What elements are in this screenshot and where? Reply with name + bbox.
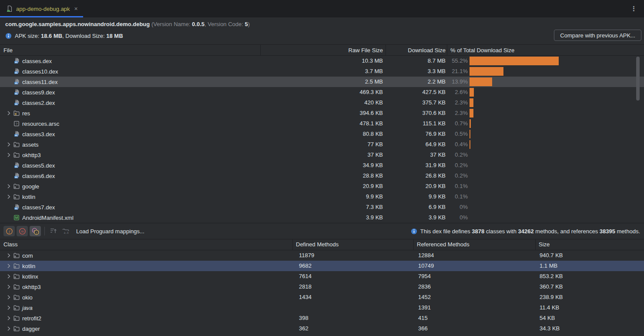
download-size: 76.9 KB [426,129,446,139]
file-row[interactable]: M AndroidManifest.xml 3.9 KB 3.9 KB 0% [0,212,644,223]
package-name: okio [22,294,33,301]
column-divider[interactable] [413,239,414,250]
column-divider[interactable] [386,45,386,55]
class-row[interactable]: retrofit2 398 415 54 KB [0,313,644,323]
referenced-methods: 7954 [418,271,431,282]
column-header-download-size[interactable]: Download Size [408,45,446,56]
file-name: assets [22,141,39,148]
folder-icon [13,304,20,311]
file-name: classes9.dex [22,89,55,96]
file-row[interactable]: res 394.6 KB 370.6 KB 2.3% [0,108,644,118]
column-header-class[interactable]: Class [3,239,18,250]
show-methods-toggle[interactable]: m [17,226,28,236]
download-pct-bar [470,57,559,65]
raw-file-size: 20.9 KB [363,181,383,192]
defined-methods: 7614 [299,271,312,282]
pct-of-total: 21.1% [452,66,468,77]
column-header-file[interactable]: File [3,45,13,56]
file-row[interactable]: ? resources.arsc 478.1 KB 115.1 KB 0.7% [0,118,644,129]
close-icon[interactable]: × [74,6,78,12]
class-row[interactable]: java 1391 11.4 KB [0,302,644,313]
file-row[interactable]: okhttp3 37 KB 37 KB 0.2% [0,150,644,160]
file-row[interactable]: 01 classes3.dex 80.8 KB 76.9 KB 0.5% [0,129,644,139]
arsc-icon: ? [13,120,20,127]
load-mappings-folder-icon[interactable]: a.b [60,226,71,236]
chevron-right-icon[interactable] [5,325,12,332]
file-row[interactable]: google 20.9 KB 20.9 KB 0.1% [0,181,644,192]
file-name: AndroidManifest.xml [22,215,74,221]
class-row[interactable]: okio 1434 1452 238.9 KB [0,292,644,302]
raw-file-size: 2.5 MB [365,77,383,87]
chevron-right-icon[interactable] [5,151,12,158]
svg-text:f: f [9,229,10,233]
file-row[interactable]: 01 classes7.dex 7.3 KB 6.9 KB 0% [0,202,644,212]
chevron-right-icon[interactable] [5,273,12,280]
file-row[interactable]: 01 classes2.dex 420 KB 375.7 KB 2.3% [0,97,644,108]
download-size: 37 KB [430,150,446,160]
column-divider[interactable] [292,239,293,250]
chevron-right-icon[interactable] [5,294,12,301]
folder-icon [13,325,20,332]
column-header-raw-size[interactable]: Raw File Size [349,45,383,56]
folder-icon [13,283,20,290]
chevron-right-icon[interactable] [5,262,12,269]
column-header-referenced-methods[interactable]: Referenced Methods [417,239,470,250]
chevron-right-icon[interactable] [5,304,12,311]
file-name: classes5.dex [22,162,55,169]
pct-of-total: 0.2% [455,171,468,181]
class-tree: com 11879 12884 940.7 KB kotlin 9682 107… [0,250,644,334]
chevron-right-icon[interactable] [5,252,12,259]
column-divider[interactable] [447,45,447,55]
dex-icon: 01 [13,89,20,96]
chevron-right-icon[interactable] [5,315,12,322]
class-row[interactable]: okhttp3 2818 2836 360.7 KB [0,282,644,292]
file-row[interactable]: assets 77 KB 64.9 KB 0.4% [0,139,644,150]
dex-icon: 01 [13,131,20,138]
file-row[interactable]: 01 classes6.dex 28.8 KB 26.8 KB 0.2% [0,171,644,181]
show-referenced-toggle[interactable]: mf [30,226,41,236]
folder-icon [13,273,20,280]
column-divider[interactable] [260,45,261,55]
load-proguard-mappings-label[interactable]: Load Proguard mappings... [76,228,144,235]
svg-text:?: ? [16,122,18,126]
file-row[interactable]: 01 classes.dex 10.3 MB 8.7 MB 55.2% [0,56,644,66]
class-row[interactable]: kotlin 9682 10749 1.1 MB [0,261,644,271]
file-row[interactable]: 01 classes11.dex 2.5 MB 2.2 MB 13.9% [0,77,644,87]
raw-file-size: 28.8 KB [363,171,383,181]
show-fields-toggle[interactable]: f [3,226,15,236]
file-name: resources.arsc [22,121,59,127]
dex-icon: 01 [13,162,20,169]
column-header-pct[interactable]: % of Total Download Size [450,45,514,56]
file-row[interactable]: 01 classes9.dex 469.3 KB 427.5 KB 2.6% [0,87,644,97]
download-size: 8.7 MB [428,56,446,66]
chevron-right-icon[interactable] [5,283,12,290]
download-size: 370.6 KB [423,108,446,118]
chevron-right-icon[interactable] [5,193,12,200]
chevron-right-icon[interactable] [5,183,12,190]
sort-tree-button[interactable] [48,226,59,236]
more-options-icon[interactable]: ⋮ [631,4,637,13]
class-row[interactable]: dagger 362 366 34.3 KB [0,323,644,334]
class-row[interactable]: kotlinx 7614 7954 853.2 KB [0,271,644,282]
package-size: 853.2 KB [540,271,563,282]
chevron-right-icon[interactable] [5,110,12,117]
class-row[interactable]: com 11879 12884 940.7 KB [0,250,644,261]
tab-apk-analyzer[interactable]: app-demo-debug.apk × [0,0,83,17]
vertical-scrollbar[interactable] [636,57,640,101]
defined-methods: 9682 [299,261,312,271]
column-header-defined-methods[interactable]: Defined Methods [296,239,339,250]
chevron-right-icon[interactable] [5,141,12,148]
defined-methods: 362 [299,323,309,334]
file-row[interactable]: 01 classes10.dex 3.7 MB 3.3 MB 21.1% [0,66,644,77]
file-tree: 01 classes.dex 10.3 MB 8.7 MB 55.2% 01 c… [0,56,644,223]
download-size: 64.9 KB [426,139,446,150]
file-row[interactable]: kotlin 9.9 KB 9.9 KB 0.1% [0,192,644,202]
info-icon [411,228,417,235]
compare-previous-apk-button[interactable]: Compare with previous APK... [554,30,641,41]
column-header-size[interactable]: Size [539,239,550,250]
pct-of-total: 2.3% [455,108,468,118]
column-divider[interactable] [535,239,536,250]
download-size: 3.3 MB [428,66,446,77]
file-row[interactable]: 01 classes5.dex 34.9 KB 31.9 KB 0.2% [0,160,644,171]
raw-file-size: 3.9 KB [366,212,383,223]
